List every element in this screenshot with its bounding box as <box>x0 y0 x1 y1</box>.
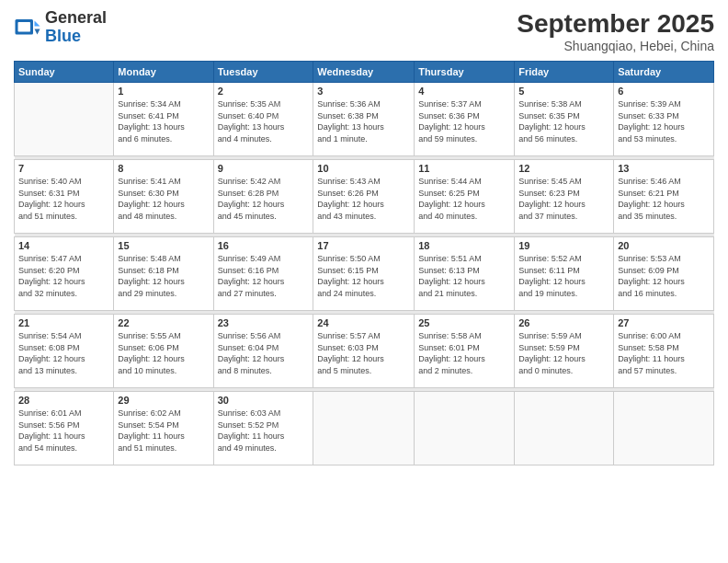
calendar-cell <box>614 392 714 465</box>
day-info: Sunrise: 5:52 AM Sunset: 6:11 PM Dayligh… <box>518 253 609 299</box>
day-number: 16 <box>218 240 310 251</box>
day-info: Sunrise: 5:42 AM Sunset: 6:28 PM Dayligh… <box>218 176 310 222</box>
day-number: 10 <box>317 163 410 174</box>
day-info: Sunrise: 5:34 AM Sunset: 6:41 PM Dayligh… <box>118 98 209 144</box>
calendar-cell: 15Sunrise: 5:48 AM Sunset: 6:18 PM Dayli… <box>114 237 213 311</box>
day-info: Sunrise: 5:55 AM Sunset: 6:06 PM Dayligh… <box>118 330 209 376</box>
day-info: Sunrise: 5:46 AM Sunset: 6:21 PM Dayligh… <box>618 176 710 222</box>
day-info: Sunrise: 5:50 AM Sunset: 6:15 PM Dayligh… <box>317 253 410 299</box>
calendar-cell: 24Sunrise: 5:57 AM Sunset: 6:03 PM Dayli… <box>313 315 415 388</box>
title-block: September 2025 Shuangqiao, Hebei, China <box>517 9 714 53</box>
day-info: Sunrise: 5:53 AM Sunset: 6:09 PM Dayligh… <box>618 253 710 299</box>
calendar-cell <box>15 83 114 156</box>
day-number: 24 <box>317 317 410 328</box>
calendar-cell: 8Sunrise: 5:41 AM Sunset: 6:30 PM Daylig… <box>114 160 213 234</box>
day-number: 27 <box>618 317 710 328</box>
calendar-cell: 2Sunrise: 5:35 AM Sunset: 6:40 PM Daylig… <box>213 83 313 156</box>
day-number: 3 <box>317 86 410 97</box>
svg-marker-3 <box>35 29 40 34</box>
calendar-cell: 14Sunrise: 5:47 AM Sunset: 6:20 PM Dayli… <box>15 237 114 311</box>
day-number: 12 <box>518 163 609 174</box>
day-number: 15 <box>118 240 209 251</box>
week-row-2: 7Sunrise: 5:40 AM Sunset: 6:31 PM Daylig… <box>15 160 714 234</box>
day-info: Sunrise: 5:36 AM Sunset: 6:38 PM Dayligh… <box>317 98 410 144</box>
svg-rect-1 <box>18 22 31 32</box>
calendar-cell: 29Sunrise: 6:02 AM Sunset: 5:54 PM Dayli… <box>114 392 213 465</box>
month-title: September 2025 <box>517 9 714 39</box>
day-number: 21 <box>18 317 109 328</box>
calendar-cell: 4Sunrise: 5:37 AM Sunset: 6:36 PM Daylig… <box>415 83 515 156</box>
day-number: 14 <box>18 240 109 251</box>
calendar-cell: 22Sunrise: 5:55 AM Sunset: 6:06 PM Dayli… <box>114 315 213 388</box>
day-info: Sunrise: 5:38 AM Sunset: 6:35 PM Dayligh… <box>518 98 609 144</box>
day-info: Sunrise: 5:49 AM Sunset: 6:16 PM Dayligh… <box>218 253 310 299</box>
week-row-5: 28Sunrise: 6:01 AM Sunset: 5:56 PM Dayli… <box>15 392 714 465</box>
logo: General Blue <box>14 9 107 46</box>
day-number: 28 <box>18 395 109 406</box>
day-number: 22 <box>118 317 209 328</box>
calendar-cell: 25Sunrise: 5:58 AM Sunset: 6:01 PM Dayli… <box>415 315 515 388</box>
calendar-cell: 11Sunrise: 5:44 AM Sunset: 6:25 PM Dayli… <box>415 160 515 234</box>
day-info: Sunrise: 5:43 AM Sunset: 6:26 PM Dayligh… <box>317 176 410 222</box>
calendar-table: Sunday Monday Tuesday Wednesday Thursday… <box>14 61 714 465</box>
day-info: Sunrise: 5:45 AM Sunset: 6:23 PM Dayligh… <box>518 176 609 222</box>
logo-icon <box>14 14 41 41</box>
day-number: 23 <box>218 317 310 328</box>
calendar-cell <box>313 392 415 465</box>
day-info: Sunrise: 5:57 AM Sunset: 6:03 PM Dayligh… <box>317 330 410 376</box>
day-number: 17 <box>317 240 410 251</box>
day-number: 29 <box>118 395 209 406</box>
day-info: Sunrise: 5:51 AM Sunset: 6:13 PM Dayligh… <box>418 253 510 299</box>
header-thursday: Thursday <box>415 62 515 83</box>
svg-marker-2 <box>35 20 40 26</box>
calendar-cell: 19Sunrise: 5:52 AM Sunset: 6:11 PM Dayli… <box>515 237 614 311</box>
calendar-cell: 13Sunrise: 5:46 AM Sunset: 6:21 PM Dayli… <box>614 160 714 234</box>
calendar-cell: 30Sunrise: 6:03 AM Sunset: 5:52 PM Dayli… <box>213 392 313 465</box>
day-info: Sunrise: 5:35 AM Sunset: 6:40 PM Dayligh… <box>218 98 310 144</box>
day-number: 19 <box>518 240 609 251</box>
day-number: 30 <box>218 395 310 406</box>
day-info: Sunrise: 5:37 AM Sunset: 6:36 PM Dayligh… <box>418 98 510 144</box>
week-row-4: 21Sunrise: 5:54 AM Sunset: 6:08 PM Dayli… <box>15 315 714 388</box>
day-number: 1 <box>118 86 209 97</box>
day-number: 5 <box>518 86 609 97</box>
day-number: 4 <box>418 86 510 97</box>
header-friday: Friday <box>515 62 614 83</box>
day-info: Sunrise: 5:39 AM Sunset: 6:33 PM Dayligh… <box>618 98 710 144</box>
header-tuesday: Tuesday <box>213 62 313 83</box>
header-sunday: Sunday <box>15 62 114 83</box>
day-info: Sunrise: 5:56 AM Sunset: 6:04 PM Dayligh… <box>218 330 310 376</box>
location-subtitle: Shuangqiao, Hebei, China <box>517 39 714 53</box>
day-info: Sunrise: 5:41 AM Sunset: 6:30 PM Dayligh… <box>118 176 209 222</box>
calendar-header-row: Sunday Monday Tuesday Wednesday Thursday… <box>15 62 714 83</box>
day-info: Sunrise: 5:47 AM Sunset: 6:20 PM Dayligh… <box>18 253 109 299</box>
calendar-cell: 1Sunrise: 5:34 AM Sunset: 6:41 PM Daylig… <box>114 83 213 156</box>
day-info: Sunrise: 5:58 AM Sunset: 6:01 PM Dayligh… <box>418 330 510 376</box>
day-number: 11 <box>418 163 510 174</box>
calendar-cell: 5Sunrise: 5:38 AM Sunset: 6:35 PM Daylig… <box>515 83 614 156</box>
calendar-cell: 21Sunrise: 5:54 AM Sunset: 6:08 PM Dayli… <box>15 315 114 388</box>
day-number: 8 <box>118 163 209 174</box>
calendar-cell: 26Sunrise: 5:59 AM Sunset: 5:59 PM Dayli… <box>515 315 614 388</box>
day-number: 26 <box>518 317 609 328</box>
calendar-cell: 23Sunrise: 5:56 AM Sunset: 6:04 PM Dayli… <box>213 315 313 388</box>
day-info: Sunrise: 6:00 AM Sunset: 5:58 PM Dayligh… <box>618 330 710 376</box>
day-info: Sunrise: 5:48 AM Sunset: 6:18 PM Dayligh… <box>118 253 209 299</box>
header-saturday: Saturday <box>614 62 714 83</box>
day-number: 13 <box>618 163 710 174</box>
calendar-cell: 28Sunrise: 6:01 AM Sunset: 5:56 PM Dayli… <box>15 392 114 465</box>
day-info: Sunrise: 6:01 AM Sunset: 5:56 PM Dayligh… <box>18 408 109 454</box>
day-number: 9 <box>218 163 310 174</box>
logo-line2: Blue <box>45 28 107 46</box>
calendar-cell: 18Sunrise: 5:51 AM Sunset: 6:13 PM Dayli… <box>415 237 515 311</box>
day-number: 20 <box>618 240 710 251</box>
day-info: Sunrise: 6:03 AM Sunset: 5:52 PM Dayligh… <box>218 408 310 454</box>
calendar-cell: 7Sunrise: 5:40 AM Sunset: 6:31 PM Daylig… <box>15 160 114 234</box>
day-number: 25 <box>418 317 510 328</box>
day-info: Sunrise: 5:59 AM Sunset: 5:59 PM Dayligh… <box>518 330 609 376</box>
day-info: Sunrise: 6:02 AM Sunset: 5:54 PM Dayligh… <box>118 408 209 454</box>
calendar-cell: 20Sunrise: 5:53 AM Sunset: 6:09 PM Dayli… <box>614 237 714 311</box>
calendar-cell: 16Sunrise: 5:49 AM Sunset: 6:16 PM Dayli… <box>213 237 313 311</box>
week-row-3: 14Sunrise: 5:47 AM Sunset: 6:20 PM Dayli… <box>15 237 714 311</box>
day-info: Sunrise: 5:54 AM Sunset: 6:08 PM Dayligh… <box>18 330 109 376</box>
